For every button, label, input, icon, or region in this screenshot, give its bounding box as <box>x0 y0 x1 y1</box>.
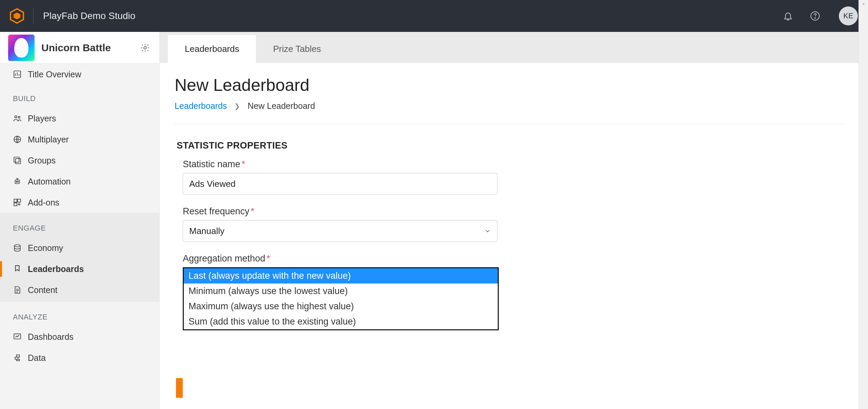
dashboards-icon <box>13 332 28 341</box>
leaderboards-icon <box>13 265 28 273</box>
chevron-down-icon <box>484 228 491 234</box>
help-icon[interactable] <box>805 6 825 26</box>
svg-point-17 <box>14 245 20 247</box>
sidebar-item-groups[interactable]: Groups <box>0 150 159 171</box>
groups-icon <box>13 156 28 165</box>
section-build-label: BUILD <box>0 85 159 108</box>
gear-icon[interactable] <box>139 42 151 54</box>
top-header: PlayFab Demo Studio KE <box>0 0 868 32</box>
notifications-icon[interactable] <box>778 6 798 26</box>
sidebar-item-players[interactable]: Players <box>0 108 159 129</box>
svg-point-13 <box>18 181 19 182</box>
header-divider <box>33 8 34 24</box>
tab-leaderboards[interactable]: Leaderboards <box>168 35 256 63</box>
agg-option-maximum[interactable]: Maximum (always use the highest value) <box>184 299 498 314</box>
stat-name-input[interactable] <box>183 173 497 195</box>
agg-option-minimum[interactable]: Minimum (always use the lowest value) <box>184 284 498 299</box>
field-statistic-name: Statistic name* <box>183 159 844 195</box>
sidebar-item-label: Groups <box>28 156 56 165</box>
economy-icon <box>13 244 28 252</box>
field-reset-frequency: Reset frequency* Manually <box>183 206 844 242</box>
svg-point-4 <box>144 46 146 49</box>
title-name[interactable]: Unicorn Battle <box>41 42 139 54</box>
reset-label: Reset frequency* <box>183 206 844 217</box>
sidebar-item-data[interactable]: Data <box>0 347 159 368</box>
data-icon <box>13 353 28 362</box>
svg-rect-15 <box>18 199 21 202</box>
content-icon <box>13 286 28 294</box>
svg-rect-10 <box>14 157 19 162</box>
button-sliver <box>176 378 183 398</box>
svg-rect-14 <box>14 199 17 202</box>
field-aggregation-method: Aggregation method* <box>183 253 844 264</box>
sidebar-item-label: Multiplayer <box>28 135 69 144</box>
sidebar-item-label: Add-ons <box>28 198 59 208</box>
svg-point-6 <box>15 116 17 118</box>
tab-prize-tables[interactable]: Prize Tables <box>256 35 338 63</box>
sidebar-item-dashboards[interactable]: Dashboards <box>0 326 159 347</box>
multiplayer-icon <box>13 135 28 144</box>
breadcrumb-current: New Leaderboard <box>248 101 315 111</box>
sidebar-item-content[interactable]: Content <box>0 279 159 300</box>
svg-rect-9 <box>16 159 21 164</box>
section-engage-label: ENGAGE <box>0 214 159 237</box>
section-heading: STATISTIC PROPERTIES <box>177 140 844 151</box>
avatar[interactable]: KE <box>839 6 858 25</box>
sidebar-item-label: Economy <box>28 243 63 253</box>
agg-option-sum[interactable]: Sum (add this value to the existing valu… <box>184 314 498 329</box>
sidebar-item-label: Leaderboards <box>28 264 84 274</box>
addons-icon <box>13 198 28 207</box>
svg-rect-16 <box>14 203 17 206</box>
sidebar: Unicorn Battle Title Overview BUILD Play… <box>0 32 160 409</box>
sidebar-item-economy[interactable]: Economy <box>0 237 159 258</box>
breadcrumb-root[interactable]: Leaderboards <box>175 101 227 111</box>
svg-point-7 <box>18 116 20 118</box>
stat-name-label: Statistic name* <box>183 159 844 170</box>
chevron-right-icon: ❯ <box>234 102 240 110</box>
sidebar-item-multiplayer[interactable]: Multiplayer <box>0 129 159 150</box>
aggregation-method-dropdown[interactable]: Last (always update with the new value) … <box>183 267 499 330</box>
sidebar-item-label: Players <box>28 114 56 123</box>
svg-point-12 <box>16 181 17 182</box>
tabbar: Leaderboards Prize Tables <box>160 32 859 63</box>
reset-value: Manually <box>189 226 224 236</box>
content: New Leaderboard Leaderboards ❯ New Leade… <box>160 63 859 409</box>
sidebar-item-label: Data <box>28 353 46 363</box>
nav: Title Overview BUILD Players Multiplayer… <box>0 64 159 409</box>
automation-icon <box>13 177 28 186</box>
sidebar-item-leaderboards[interactable]: Leaderboards <box>0 258 159 279</box>
sidebar-item-label: Dashboards <box>28 332 74 342</box>
breadcrumb: Leaderboards ❯ New Leaderboard <box>175 101 844 124</box>
playfab-logo-icon[interactable] <box>8 7 26 25</box>
sidebar-item-label: Content <box>28 285 58 295</box>
sidebar-item-label: Title Overview <box>28 70 81 79</box>
svg-marker-1 <box>14 13 20 19</box>
scroll-up-icon[interactable]: ˄ <box>862 3 865 9</box>
main: Leaderboards Prize Tables New Leaderboar… <box>160 32 868 409</box>
sidebar-item-addons[interactable]: Add-ons <box>0 192 159 213</box>
title-icon[interactable] <box>8 35 35 61</box>
scrollbar[interactable]: ˄ <box>859 0 868 409</box>
section-analyze-label: ANALYZE <box>0 303 159 326</box>
agg-option-last[interactable]: Last (always update with the new value) <box>184 268 498 284</box>
overview-icon <box>13 70 28 79</box>
agg-label: Aggregation method* <box>183 253 844 264</box>
svg-point-3 <box>815 18 815 18</box>
reset-frequency-select[interactable]: Manually <box>183 220 497 242</box>
sidebar-item-label: Automation <box>28 177 71 187</box>
sidebar-item-automation[interactable]: Automation <box>0 171 159 192</box>
title-header: Unicorn Battle <box>0 32 159 64</box>
players-icon <box>13 114 28 123</box>
sidebar-item-title-overview[interactable]: Title Overview <box>0 64 159 85</box>
studio-name[interactable]: PlayFab Demo Studio <box>43 11 135 21</box>
page-title: New Leaderboard <box>175 75 844 95</box>
